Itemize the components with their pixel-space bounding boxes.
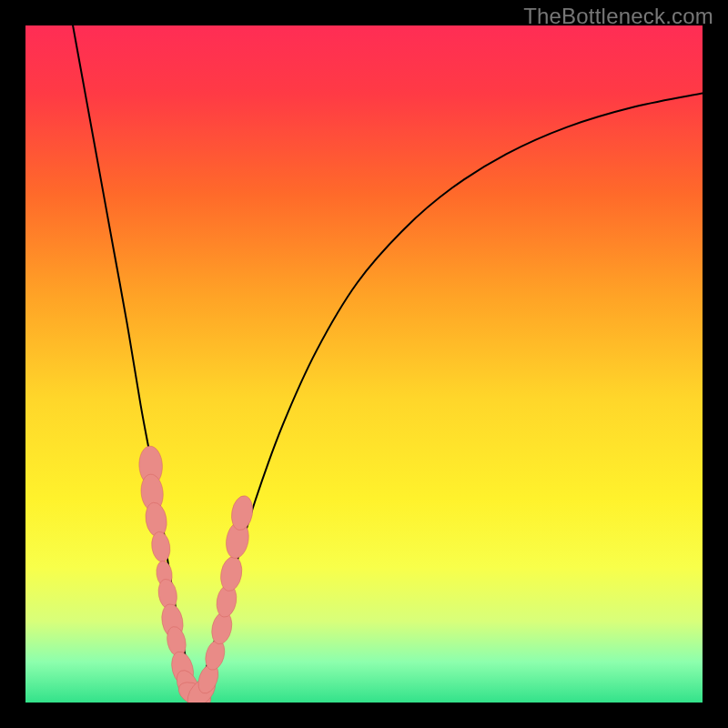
curve-right-branch — [195, 93, 703, 695]
watermark-text: TheBottleneck.com — [523, 4, 713, 29]
marker-layer — [138, 446, 256, 703]
plot-area — [25, 25, 703, 703]
data-marker — [218, 555, 245, 592]
chart-svg — [25, 25, 703, 703]
chart-frame: TheBottleneck.com — [0, 0, 728, 728]
